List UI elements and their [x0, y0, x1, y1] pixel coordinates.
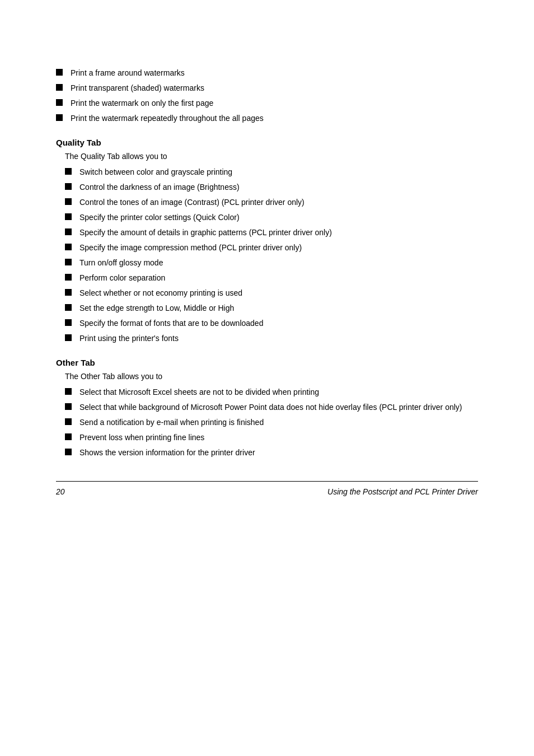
quality-item-6: Turn on/off glossy mode: [79, 257, 163, 269]
bullet-icon: [65, 388, 72, 395]
other-item-0: Select that Microsoft Excel sheets are n…: [79, 386, 319, 398]
list-item: Select that while background of Microsof…: [65, 402, 478, 413]
bullet-icon: [56, 99, 63, 106]
bullet-icon: [65, 259, 72, 265]
intro-item-0: Print a frame around watermarks: [71, 67, 185, 79]
bullet-icon: [65, 289, 72, 296]
other-item-3: Prevent loss when printing fine lines: [79, 432, 204, 444]
bullet-icon: [65, 449, 72, 455]
footer: 20 Using the Postscript and PCL Printer …: [56, 481, 478, 496]
other-tab-title: Other Tab: [56, 358, 478, 367]
list-item: Turn on/off glossy mode: [65, 257, 478, 269]
bullet-icon: [65, 304, 72, 311]
intro-item-3: Print the watermark repeatedly throughou…: [71, 113, 264, 124]
other-tab-section: Other Tab The Other Tab allows you to Se…: [56, 358, 478, 459]
list-item: Control the tones of an image (Contrast)…: [65, 197, 478, 208]
list-item: Switch between color and grayscale print…: [65, 166, 478, 178]
quality-tab-list: Switch between color and grayscale print…: [65, 166, 478, 344]
bullet-icon: [65, 198, 72, 205]
intro-item-2: Print the watermark on only the first pa…: [71, 97, 213, 109]
bullet-icon: [65, 433, 72, 440]
other-item-1: Select that while background of Microsof…: [79, 402, 462, 413]
list-item: Select that Microsoft Excel sheets are n…: [65, 386, 478, 398]
page: Print a frame around watermarks Print tr…: [0, 0, 534, 756]
bullet-icon: [65, 168, 72, 175]
list-item: Print the watermark repeatedly throughou…: [56, 113, 478, 124]
list-item: Print the watermark on only the first pa…: [56, 97, 478, 109]
list-item: Set the edge strength to Low, Middle or …: [65, 302, 478, 314]
bullet-icon: [65, 274, 72, 281]
footer-document-title: Using the Postscript and PCL Printer Dri…: [327, 487, 478, 496]
list-item: Control the darkness of an image (Bright…: [65, 181, 478, 193]
list-item: Specify the printer color settings (Quic…: [65, 212, 478, 223]
bullet-icon: [65, 213, 72, 220]
bullet-icon: [65, 183, 72, 190]
list-item: Print using the printer's fonts: [65, 333, 478, 344]
bullet-icon: [65, 403, 72, 410]
footer-page-number: 20: [56, 487, 65, 496]
bullet-icon: [56, 84, 63, 91]
list-item: Perform color separation: [65, 272, 478, 284]
quality-item-11: Print using the printer's fonts: [79, 333, 179, 344]
other-item-4: Shows the version information for the pr…: [79, 447, 255, 459]
intro-item-1: Print transparent (shaded) watermarks: [71, 82, 204, 94]
quality-item-0: Switch between color and grayscale print…: [79, 166, 232, 178]
quality-tab-title: Quality Tab: [56, 138, 478, 147]
other-tab-list: Select that Microsoft Excel sheets are n…: [65, 386, 478, 459]
list-item: Print transparent (shaded) watermarks: [56, 82, 478, 94]
list-item: Specify the amount of details in graphic…: [65, 227, 478, 239]
quality-item-7: Perform color separation: [79, 272, 165, 284]
bullet-icon: [65, 228, 72, 235]
quality-item-10: Specify the format of fonts that are to …: [79, 318, 263, 329]
list-item: Specify the format of fonts that are to …: [65, 318, 478, 329]
quality-item-5: Specify the image compression method (PC…: [79, 242, 302, 254]
list-item: Select whether or not economy printing i…: [65, 287, 478, 299]
list-item: Prevent loss when printing fine lines: [65, 432, 478, 444]
bullet-icon: [65, 334, 72, 341]
list-item: Print a frame around watermarks: [56, 67, 478, 79]
quality-item-8: Select whether or not economy printing i…: [79, 287, 242, 299]
list-item: Send a notification by e-mail when print…: [65, 417, 478, 428]
other-item-2: Send a notification by e-mail when print…: [79, 417, 264, 428]
list-item: Shows the version information for the pr…: [65, 447, 478, 459]
bullet-icon: [65, 244, 72, 250]
bullet-icon: [56, 114, 63, 121]
quality-item-3: Specify the printer color settings (Quic…: [79, 212, 240, 223]
quality-item-9: Set the edge strength to Low, Middle or …: [79, 302, 234, 314]
quality-item-2: Control the tones of an image (Contrast)…: [79, 197, 305, 208]
list-item: Specify the image compression method (PC…: [65, 242, 478, 254]
quality-tab-section: Quality Tab The Quality Tab allows you t…: [56, 138, 478, 344]
quality-item-4: Specify the amount of details in graphic…: [79, 227, 332, 239]
bullet-icon: [65, 418, 72, 425]
quality-tab-intro: The Quality Tab allows you to: [65, 152, 478, 161]
bullet-icon: [65, 319, 72, 326]
other-tab-intro: The Other Tab allows you to: [65, 372, 478, 381]
quality-item-1: Control the darkness of an image (Bright…: [79, 181, 240, 193]
bullet-icon: [56, 69, 63, 76]
intro-bullet-list: Print a frame around watermarks Print tr…: [56, 67, 478, 124]
